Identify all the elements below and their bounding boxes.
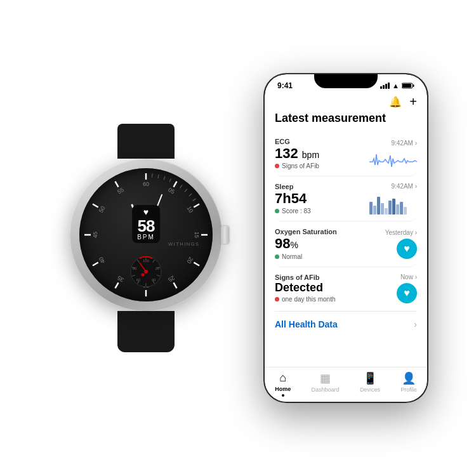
svg-line-18: [189, 194, 192, 196]
svg-text:60: 60: [143, 181, 149, 187]
o2-card-right: Yesterday › ♥: [366, 229, 417, 259]
svg-text:45: 45: [92, 232, 98, 238]
svg-line-2: [194, 204, 199, 208]
home-label: Home: [275, 386, 291, 392]
phone-container: 9:41 ▲: [263, 73, 428, 403]
devices-label: Devices: [360, 387, 380, 393]
svg-text:100: 100: [143, 259, 150, 263]
svg-line-16: [180, 185, 182, 188]
svg-text:35: 35: [116, 274, 125, 283]
afib-card[interactable]: Signs of AFib Detected one day this mont…: [275, 267, 417, 310]
status-icons: ▲: [380, 82, 414, 89]
sleep-card[interactable]: Sleep 7h54 Score : 83 9:42AM ›: [275, 176, 417, 221]
bpm-label: BPM: [137, 234, 155, 241]
svg-line-10: [93, 204, 98, 208]
svg-text:15: 15: [194, 232, 200, 238]
app-content: Latest measurement ECG 132 bpm Signs of …: [265, 112, 427, 367]
svg-rect-57: [402, 84, 411, 88]
watch-band-top: [117, 124, 175, 159]
svg-line-14: [164, 176, 165, 180]
svg-text:40: 40: [152, 278, 156, 282]
sleep-status-text: Score : 83: [282, 208, 311, 215]
home-indicator: [282, 394, 284, 397]
nav-dashboard[interactable]: ▦ Dashboard: [312, 371, 340, 397]
svg-line-11: [116, 182, 119, 187]
o2-status-dot: [275, 255, 279, 259]
svg-text:80: 80: [133, 267, 137, 270]
ecg-card-right: 9:42AM ›: [366, 140, 417, 168]
wifi-icon: ▲: [392, 82, 399, 89]
home-icon: ⌂: [279, 371, 286, 385]
sleep-status: Score : 83: [275, 208, 361, 215]
watch-container: 60 55 05 10 15 20 25 30 35 40 45 50 WITH…: [48, 105, 244, 371]
o2-type: Oxygen Saturation: [275, 228, 361, 235]
svg-point-53: [144, 270, 148, 274]
ecg-card[interactable]: ECG 132 bpm Signs of AFib 9:42AM ›: [275, 131, 417, 176]
svg-rect-56: [413, 84, 414, 87]
section-title: Latest measurement: [275, 112, 417, 125]
afib-card-right: Now › ♥: [366, 274, 417, 303]
o2-icon: ♥: [397, 239, 417, 259]
svg-text:05: 05: [167, 187, 176, 195]
o2-time: Yesterday ›: [385, 229, 417, 236]
afib-value: Detected: [275, 282, 361, 294]
o2-value: 98%: [275, 236, 361, 251]
svg-text:50: 50: [98, 205, 107, 214]
digital-display: ♥ 58 BPM: [132, 205, 160, 243]
svg-line-15: [169, 178, 171, 182]
sleep-chart: [369, 192, 417, 215]
heart-icon-watch: ♥: [143, 208, 149, 216]
phone-notch: [314, 74, 378, 88]
status-time: 9:41: [277, 81, 293, 90]
all-health-text: All Health Data: [275, 319, 338, 329]
watch-face: 60 55 05 10 15 20 25 30 35 40 45 50 WITH…: [79, 168, 213, 301]
svg-line-7: [116, 282, 119, 288]
svg-line-5: [174, 282, 177, 288]
sleep-card-left: Sleep 7h54 Score : 83: [275, 183, 361, 215]
bpm-number: 58: [138, 218, 155, 234]
nav-devices[interactable]: 📱 Devices: [360, 371, 380, 397]
dashboard-icon: ▦: [320, 371, 331, 385]
all-health-chevron: ›: [414, 319, 417, 329]
svg-text:25: 25: [167, 274, 176, 283]
signal-bars: [380, 83, 390, 89]
plus-icon[interactable]: +: [409, 95, 417, 109]
svg-text:20: 20: [185, 256, 194, 265]
bottom-nav: ⌂ Home ▦ Dashboard 📱 Devices: [265, 367, 427, 402]
bell-icon[interactable]: 🔔: [389, 96, 402, 108]
afib-type: Signs of AFib: [275, 274, 361, 281]
all-health-data[interactable]: All Health Data ›: [275, 311, 417, 337]
o2-card-left: Oxygen Saturation 98% Normal: [275, 228, 361, 260]
signal-bar-4: [388, 83, 390, 89]
ecg-card-left: ECG 132 bpm Signs of AFib: [275, 138, 361, 169]
sleep-value: 7h54: [275, 191, 361, 206]
o2-status-text: Normal: [282, 253, 302, 260]
scene: 60 55 05 10 15 20 25 30 35 40 45 50 WITH…: [0, 0, 476, 476]
svg-text:60: 60: [136, 278, 141, 282]
battery-icon: [402, 83, 414, 89]
o2-card[interactable]: Oxygen Saturation 98% Normal Yesterday ›…: [275, 221, 417, 267]
signal-bar-1: [380, 86, 382, 89]
sleep-card-right: 9:42AM ›: [366, 183, 417, 215]
phone-outer: 9:41 ▲: [263, 73, 428, 403]
svg-line-4: [194, 263, 199, 266]
svg-point-54: [142, 274, 145, 277]
watch-band-bottom: [117, 311, 175, 352]
afib-icon: ♥: [397, 283, 417, 303]
nav-home[interactable]: ⌂ Home: [275, 371, 291, 397]
phone-screen: 9:41 ▲: [265, 74, 427, 402]
ecg-type: ECG: [275, 138, 361, 145]
dashboard-label: Dashboard: [312, 387, 340, 393]
afib-status: one day this month: [275, 296, 361, 303]
ecg-status: Signs of AFib: [275, 162, 361, 169]
app-header: 🔔 +: [265, 93, 427, 112]
ecg-value: 132 bpm: [275, 146, 361, 161]
signal-bar-2: [383, 85, 385, 89]
afib-status-dot: [275, 297, 279, 301]
afib-card-left: Signs of AFib Detected one day this mont…: [275, 274, 361, 303]
nav-profile[interactable]: 👤 Profile: [400, 371, 417, 397]
signal-bar-3: [385, 84, 387, 89]
svg-text:10: 10: [185, 205, 194, 214]
svg-line-19: [193, 199, 196, 201]
o2-status: Normal: [275, 253, 361, 260]
